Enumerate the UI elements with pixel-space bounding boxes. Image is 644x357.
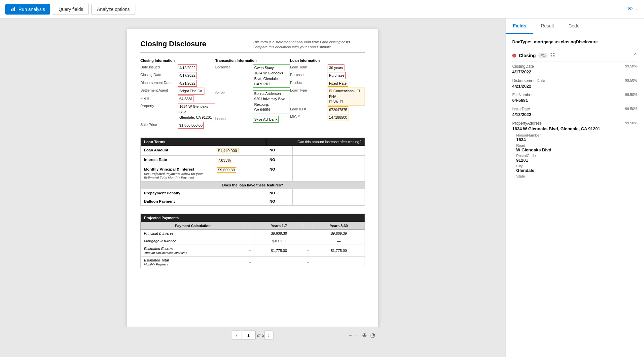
field-group-closing: Closing #1 ☷ ⌃ ClosingDate 99.50% 4/17/2… [512,50,637,178]
info-row-date-issued: Date Issued 4/12/2022 [140,64,215,71]
svg-rect-0 [11,9,12,11]
field-property-address: PropertyAddress 99.50% 1634 W Glenoaks B… [512,121,637,178]
loan-terms-header: Loan Terms Can this amount increase afte… [141,138,365,146]
interest-rate-row: Interest Rate 7.033% NO [141,156,365,165]
zoom-in-button[interactable]: + [355,332,359,339]
estimated-total-row: Estimated TotalMonthly Payment + + [141,257,365,268]
svg-rect-1 [13,8,14,11]
info-row-loan-id: Loan ID # 672047875 [290,106,365,113]
sub-label-postal-code: PostalCode [516,154,637,158]
run-analysis-button[interactable]: Run analysis [5,4,50,15]
closing-info-heading: Closing Information [140,59,215,62]
info-row-product: Product Fixed Rate [290,80,365,87]
field-issue-date: IssueDate 99.50% 4/12/2022 [512,107,637,117]
page-total: of 5 [256,333,264,338]
prev-page-button[interactable]: ‹ [232,331,241,340]
zoom-out-button[interactable]: − [348,332,352,339]
page-number-input[interactable] [241,331,256,340]
sub-label-state: State [516,174,637,178]
next-page-button[interactable]: › [264,331,273,340]
transaction-info-heading: Transaction Information [215,59,290,62]
right-panel: Fields Result Code DocType: mortgage.us.… [505,19,644,357]
field-group-header: Closing #1 ☷ ⌃ [512,50,637,61]
sub-value-city: Glendale [516,168,637,173]
sub-label-city: City [516,164,637,168]
query-fields-button[interactable]: Query fields [53,4,89,15]
svg-rect-2 [14,7,15,11]
info-row-borrower: Borrower Gwen Stacy1634 W Glenoaks Blvd,… [215,64,290,88]
info-row-seller: Seller Bonita Anderson920 University Blv… [215,90,290,113]
info-row-disbursement-date: Disbursement Date 4/21/2022 [140,80,215,87]
doc-header: Closing Disclosure This form is a statem… [140,40,365,53]
loan-info-heading: Loan Information [290,59,365,62]
toolbar-icons: 👁 ⌄ [627,6,639,13]
projected-payments-col-header: Payment Calculation Years 1-7 Years 8-30 [141,222,365,230]
doctype-row: DocType: mortgage.us.closingDisclosure [512,39,637,44]
tab-result[interactable]: Result [533,19,561,34]
loan-info-col: Loan Information Loan Term 30 years Purp… [290,59,365,130]
sub-value-road: W Glenoaks Blvd [516,147,637,152]
status-indicator [512,54,516,58]
balloon-payment-row: Balloon Payment NO [141,197,365,206]
sub-value-house-number: 1634 [516,137,637,142]
document-subtitle: This form is a statement of final loan t… [253,40,365,50]
field-disbursement-date: DisbursementDate 99.50% 4/21/2022 [512,78,637,89]
info-row-settlement-agent: Settlement Agent Bright Title Co. [140,88,215,95]
principal-interest-row: Principal & Interest $9,609.39 $9,609.39 [141,230,365,237]
sub-value-postal-code: 91201 [516,158,637,163]
projected-payments-header: Projected Payments [141,214,365,222]
transaction-info-col: Transaction Information Borrower Gwen St… [215,59,290,130]
info-row-loan-term: Loan Term 30 years [290,64,365,71]
panel-content: DocType: mortgage.us.closingDisclosure C… [506,34,644,357]
mortgage-insurance-row: Mortgage Insurance + $100.00 + — [141,237,365,245]
field-closing-date: ClosingDate 99.50% 4/17/2022 [512,64,637,74]
document-viewer: Closing Disclosure This form is a statem… [0,19,505,357]
loan-amount-row: Loan Amount $1,440,000 NO [141,146,365,156]
info-row-purpose: Purpose Purchase [290,72,365,79]
sub-label-road: Road [516,143,637,147]
closing-info-col: Closing Information Date Issued 4/12/202… [140,59,215,130]
tab-code[interactable]: Code [561,19,587,34]
grid-icon[interactable]: ☷ [550,52,555,59]
reset-zoom-button[interactable]: ◔ [370,332,376,339]
loan-features-subheader: Does the loan have these features? [141,181,365,189]
document-title: Closing Disclosure [140,40,206,48]
info-row-lender: Lender Skye AU Bank [215,116,290,123]
group-name: Closing [519,53,536,58]
projected-payments-table: Projected Payments Payment Calculation Y… [140,214,365,268]
fit-page-button[interactable]: ⊕ [362,332,367,339]
panel-tabs: Fields Result Code [506,19,644,34]
estimated-escrow-row: Estimated EscrowAmount can increase over… [141,245,365,257]
info-row-loan-type: Loan Type ☒ Conventional ☐ FHA☐ VA ☐ [290,88,365,105]
info-section: Closing Information Date Issued 4/12/202… [140,59,365,130]
chart-icon [11,7,16,12]
info-row-mic: MIC # 147188500 [290,114,365,121]
tab-fields[interactable]: Fields [506,19,533,34]
group-badge: #1 [538,53,547,58]
field-file-number: FileNumber 99.50% 64-5681 [512,93,637,103]
chevron-down-icon[interactable]: ⌄ [635,7,639,12]
view-icon[interactable]: 👁 [627,6,633,13]
toolbar: Run analysis Query fields Analyze option… [0,0,644,19]
info-row-closing-date: Closing Date 4/17/2022 [140,72,215,79]
info-row-sale-price: Sale Price $1,800,000.00 [140,122,215,129]
info-row-file: File # 64-5681 [140,96,215,102]
info-row-property: Property 1634 W Glenoaks Blvd,Glendale, … [140,103,215,121]
monthly-payment-row: Monthly Principal & Interest See Project… [141,165,365,181]
main-area: Closing Disclosure This form is a statem… [0,19,644,357]
prepayment-penalty-row: Prepayment Penalty NO [141,189,365,197]
analyze-options-button[interactable]: Analyze options [91,4,135,15]
sub-label-house-number: HouseNumber [516,133,637,137]
loan-terms-table: Loan Terms Can this amount increase afte… [140,138,365,206]
collapse-icon[interactable]: ⌃ [633,52,637,59]
document-page: Closing Disclosure This form is a statem… [127,29,378,327]
